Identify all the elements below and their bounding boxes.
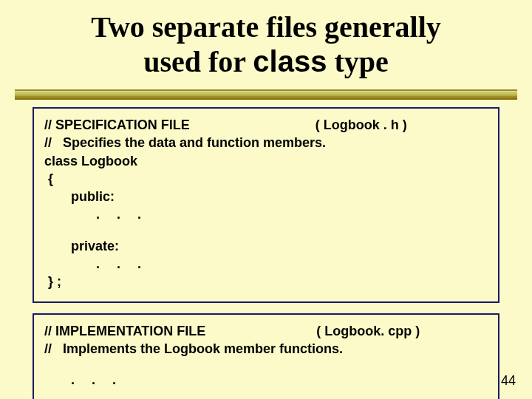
- impl-filename: ( Logbook. cpp ): [316, 322, 420, 340]
- spec-label: // SPECIFICATION FILE: [44, 116, 190, 134]
- class-declaration: class Logbook: [44, 152, 488, 170]
- impl-ellipsis: . . .: [44, 371, 488, 389]
- content-area: // SPECIFICATION FILE ( Logbook . h ) //…: [0, 100, 532, 399]
- spec-description: // Specifies the data and function membe…: [44, 134, 488, 151]
- private-keyword: private:: [44, 237, 488, 255]
- slide-title-area: Two separate files generally used for cl…: [0, 0, 532, 85]
- slide-title: Two separate files generally used for cl…: [0, 10, 532, 79]
- title-underline: [15, 89, 517, 100]
- spec-header-row: // SPECIFICATION FILE ( Logbook . h ): [44, 116, 488, 134]
- impl-label: // IMPLEMENTATION FILE: [44, 322, 205, 340]
- title-line2-c: type: [327, 45, 388, 78]
- impl-description: // Implements the Logbook member functio…: [44, 340, 488, 358]
- implementation-file-box: // IMPLEMENTATION FILE ( Logbook. cpp ) …: [33, 313, 499, 399]
- brace-close: } ;: [44, 273, 488, 290]
- title-line2-a: used for: [143, 45, 253, 78]
- spacer: [44, 224, 488, 237]
- spacer: [44, 389, 488, 399]
- title-line2-class: class: [253, 45, 327, 78]
- specification-file-box: // SPECIFICATION FILE ( Logbook . h ) //…: [33, 107, 499, 303]
- private-ellipsis: . . .: [44, 255, 488, 273]
- spacer: [44, 358, 488, 371]
- page-number: 44: [501, 373, 516, 389]
- spec-filename: ( Logbook . h ): [316, 116, 407, 134]
- public-keyword: public:: [44, 188, 488, 205]
- public-ellipsis: . . .: [44, 205, 488, 223]
- title-line1: Two separate files generally: [91, 10, 441, 44]
- impl-header-row: // IMPLEMENTATION FILE ( Logbook. cpp ): [44, 322, 488, 340]
- brace-open: {: [44, 170, 488, 188]
